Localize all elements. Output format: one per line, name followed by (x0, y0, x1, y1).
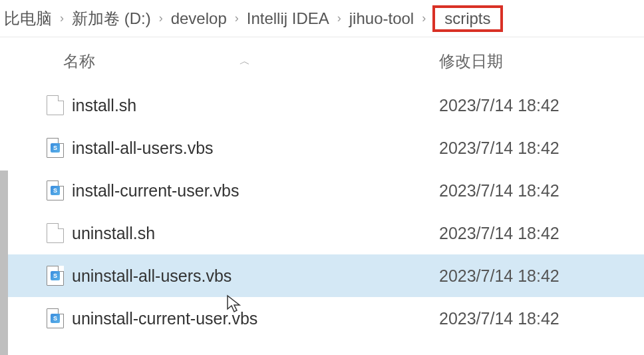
breadcrumb-item-2[interactable]: develop (167, 9, 231, 28)
sort-chevron-up-icon[interactable]: ︿ (240, 55, 250, 69)
file-name-cell: uninstall.sh (0, 223, 439, 243)
vbs-badge-icon: S (51, 186, 60, 195)
chevron-right-icon: › (155, 11, 167, 25)
file-row[interactable]: Suninstall-current-user.vbs2023/7/14 18:… (0, 297, 644, 340)
column-header-name[interactable]: 名称 ︿ (0, 51, 439, 72)
file-name-label: install-all-users.vbs (72, 139, 214, 158)
file-name-cell: Suninstall-all-users.vbs (0, 266, 439, 286)
file-name-label: install-current-user.vbs (72, 181, 239, 200)
breadcrumb-item-0[interactable]: 比电脑 (0, 8, 56, 29)
file-name-cell: Sinstall-current-user.vbs (0, 180, 439, 200)
vbs-file-icon: S (47, 308, 64, 328)
file-date-cell: 2023/7/14 18:42 (439, 224, 644, 243)
chevron-right-icon: › (418, 11, 430, 25)
vbs-file-icon: S (47, 266, 64, 286)
breadcrumb-item-5[interactable]: scripts (432, 5, 502, 32)
file-date-cell: 2023/7/14 18:42 (439, 266, 644, 286)
file-name-cell: Sinstall-all-users.vbs (0, 138, 439, 158)
blank-file-icon (47, 223, 64, 243)
vbs-file-icon: S (47, 180, 64, 200)
breadcrumb-item-1[interactable]: 新加卷 (D:) (68, 8, 155, 29)
file-date-cell: 2023/7/14 18:42 (439, 309, 644, 328)
vbs-badge-icon: S (51, 143, 60, 153)
file-row[interactable]: Sinstall-current-user.vbs2023/7/14 18:42 (0, 169, 644, 212)
file-date-cell: 2023/7/14 18:42 (439, 96, 644, 115)
chevron-right-icon: › (333, 11, 345, 25)
vbs-badge-icon: S (51, 314, 60, 323)
column-header-name-label: 名称 (63, 51, 95, 72)
blank-file-icon (47, 95, 64, 115)
file-row[interactable]: Suninstall-all-users.vbs2023/7/14 18:42 (0, 254, 644, 297)
file-list-area: 名称 ︿ 修改日期 install.sh2023/7/14 18:42Sinst… (0, 37, 644, 340)
breadcrumb-item-4[interactable]: jihuo-tool (345, 9, 418, 28)
vbs-file-icon: S (47, 138, 64, 158)
chevron-right-icon: › (231, 11, 243, 25)
file-name-label: uninstall.sh (72, 224, 155, 243)
chevron-right-icon: › (56, 11, 68, 25)
file-name-label: uninstall-all-users.vbs (72, 266, 232, 286)
file-name-cell: install.sh (0, 95, 439, 115)
column-header-row: 名称 ︿ 修改日期 (0, 51, 644, 84)
file-date-cell: 2023/7/14 18:42 (439, 181, 644, 200)
file-row[interactable]: install.sh2023/7/14 18:42 (0, 84, 644, 127)
file-date-cell: 2023/7/14 18:42 (439, 139, 644, 158)
file-name-label: uninstall-current-user.vbs (72, 309, 257, 328)
scrollbar-strip (0, 171, 8, 355)
breadcrumb[interactable]: 比电脑 › 新加卷 (D:) › develop › Intellij IDEA… (0, 0, 644, 37)
column-header-date-label: 修改日期 (439, 52, 503, 70)
file-row[interactable]: Sinstall-all-users.vbs2023/7/14 18:42 (0, 127, 644, 169)
file-row[interactable]: uninstall.sh2023/7/14 18:42 (0, 212, 644, 254)
file-name-cell: Suninstall-current-user.vbs (0, 308, 439, 328)
vbs-badge-icon: S (51, 271, 60, 280)
column-header-date[interactable]: 修改日期 (439, 51, 644, 72)
file-name-label: install.sh (72, 96, 136, 115)
breadcrumb-item-3[interactable]: Intellij IDEA (243, 9, 333, 28)
